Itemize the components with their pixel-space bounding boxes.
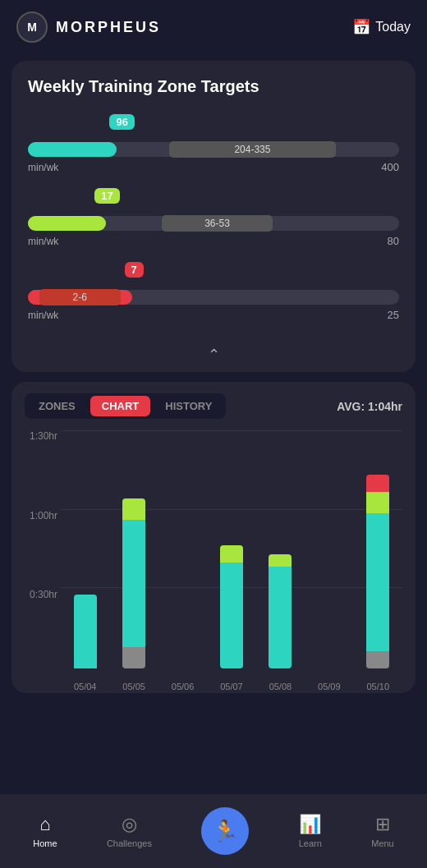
zone2-track: 36-53 [28,216,399,231]
nav-menu[interactable]: ⊞ Menu [371,814,394,848]
tab-group: ZONES CHART HISTORY [25,393,226,419]
bar-segment-05/08-1 [269,554,292,567]
bar-group-05/05: 05/05 [109,430,158,668]
bar-segment-05/07-0 [220,563,243,668]
y-label-1:00: 1:00hr [25,510,57,521]
zone1-fill [28,142,117,157]
bar-stack-05/05 [122,498,145,668]
chart-bars: 05/0405/0505/0605/0705/0805/0905/10 [61,430,402,668]
x-label-05/08: 05/08 [269,682,292,691]
app-name: MORPHEUS [56,19,161,36]
zone1-max: 400 [381,161,399,173]
bar-segment-05/05-2 [122,498,145,520]
zone3-target-badge: 2-6 [39,289,121,305]
chart-area: 1:30hr 1:00hr 0:30hr 05/0405/0505/0605/0… [25,430,402,693]
card-title: Weekly Training Zone Targets [28,77,399,96]
bar-segment-05/05-1 [122,520,145,647]
menu-icon: ⊞ [375,814,390,835]
nav-menu-label: Menu [371,838,394,848]
zone2-fill [28,216,106,231]
zone3-current-badge: 7 [125,262,144,278]
y-label-1:30: 1:30hr [25,430,57,442]
bar-group-05/09: 05/09 [305,430,353,668]
learn-icon: 📊 [299,814,321,835]
bar-segment-05/10-3 [366,475,389,492]
bar-group-05/07: 05/07 [207,430,255,668]
zone3-unit: min/wk [28,310,58,321]
zone3-track: 2-6 [28,290,399,305]
zone3-max: 25 [388,309,399,321]
bar-segment-05/10-0 [366,651,389,668]
x-label-05/10: 05/10 [366,682,389,691]
zone-slider-3[interactable]: 7 2-6 [28,262,399,305]
bar-segment-05/07-1 [220,545,243,563]
bar-segment-05/04-0 [74,595,97,668]
bottom-nav: ⌂ Home ◎ Challenges 🏃 📊 Learn ⊞ Menu [0,794,427,868]
zone-slider-1[interactable]: 96 204-335 [28,114,399,157]
collapse-button[interactable]: ⌃ [11,336,416,372]
zone-slider-2[interactable]: 17 36-53 [28,188,399,231]
tabs-row: ZONES CHART HISTORY AVG: 1:04hr [25,393,402,419]
chevron-up-icon: ⌃ [208,346,220,364]
bar-segment-05/08-0 [269,567,292,668]
bar-segment-05/10-2 [366,492,389,513]
bar-stack-05/04 [74,595,97,668]
calendar-icon: 📅 [352,18,370,36]
x-label-05/04: 05/04 [74,682,97,691]
chart-section: ZONES CHART HISTORY AVG: 1:04hr 1:30hr 1… [11,382,416,693]
zone2-target-badge: 36-53 [162,215,273,232]
zone2-unit: min/wk [28,236,58,247]
bar-group-05/04: 05/04 [61,430,109,668]
home-icon: ⌂ [39,814,50,835]
bar-stack-05/08 [269,554,292,668]
x-label-05/09: 05/09 [318,682,341,691]
tab-history[interactable]: HISTORY [154,396,223,416]
bar-segment-05/05-0 [122,647,145,668]
zone2-current-badge: 17 [94,188,119,204]
zone1-current-badge: 96 [109,114,134,130]
nav-learn[interactable]: 📊 Learn [299,814,322,848]
avg-label: AVG: 1:04hr [337,400,402,413]
logo-icon: M [16,11,48,43]
bar-group-05/08: 05/08 [256,430,305,668]
nav-challenges-label: Challenges [107,838,152,848]
tab-chart[interactable]: CHART [90,396,151,416]
bar-stack-05/10 [366,475,389,668]
nav-learn-label: Learn [299,838,322,848]
zone1-track: 204-335 [28,142,399,157]
zone1-target-badge: 204-335 [169,141,336,158]
bar-stack-05/07 [220,545,243,668]
tab-zones[interactable]: ZONES [27,396,87,416]
challenges-icon: ◎ [122,814,137,835]
header: M MORPHEUS 📅 Today [0,0,427,54]
morpheus-run-icon: 🏃 [212,819,238,844]
x-label-05/07: 05/07 [220,682,243,691]
zone-wrapper-1: 96 204-335 min/wk 400 [28,114,399,173]
x-label-05/06: 05/06 [172,682,195,691]
zone-row-2: 17 36-53 min/wk 80 [28,188,399,247]
nav-home-label: Home [33,838,57,848]
zone2-max: 80 [388,235,399,247]
nav-home[interactable]: ⌂ Home [33,814,57,848]
zone-row-1: 96 204-335 min/wk 400 [28,114,399,173]
nav-morpheus-button[interactable]: 🏃 [201,807,249,855]
x-label-05/05: 05/05 [122,682,145,691]
bar-group-05/10: 05/10 [354,430,402,668]
bar-group-05/06: 05/06 [158,430,207,668]
logo-area: M MORPHEUS [16,11,161,43]
zone-wrapper-2: 17 36-53 min/wk 80 [28,188,399,247]
bar-segment-05/10-1 [366,513,389,651]
today-label: Today [375,20,411,34]
weekly-training-card: Weekly Training Zone Targets 96 204-335 … [11,61,416,372]
nav-challenges[interactable]: ◎ Challenges [107,814,152,848]
today-button[interactable]: 📅 Today [352,18,411,36]
zone-row-3: 7 2-6 min/wk 25 [28,262,399,321]
y-label-0:30: 0:30hr [25,589,57,600]
zone-wrapper-3: 7 2-6 min/wk 25 [28,262,399,321]
chart-yaxis: 1:30hr 1:00hr 0:30hr [25,430,57,668]
zone1-unit: min/wk [28,162,58,173]
